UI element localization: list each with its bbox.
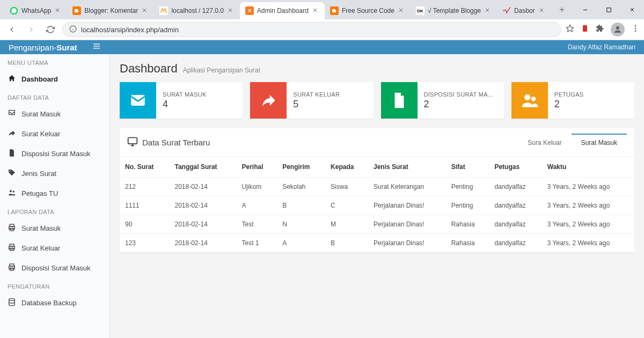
- profile-avatar[interactable]: [611, 23, 625, 36]
- share-icon: [8, 129, 16, 139]
- column-header: Jenis Surat: [368, 157, 446, 178]
- table-row[interactable]: 902018-02-14TestNMPerjalanan Dinas!Rahas…: [120, 215, 634, 234]
- sidebar-item-database-backup[interactable]: Database Backup: [0, 293, 109, 313]
- favicon-icon: [10, 6, 18, 15]
- sidebar-item-surat-keluar[interactable]: Surat Keluar: [0, 238, 109, 258]
- sidebar-item-dashboard[interactable]: Dashboard: [0, 69, 109, 89]
- new-tab-button[interactable]: [554, 2, 569, 17]
- stat-card-disposisi-surat-ma-[interactable]: DISPOSISI SURAT MA... 2: [381, 82, 504, 119]
- site-info-icon: [69, 25, 77, 34]
- close-icon[interactable]: [227, 7, 235, 14]
- reload-button[interactable]: [43, 22, 58, 37]
- close-icon[interactable]: [484, 7, 492, 14]
- file-icon: [8, 149, 16, 159]
- table-cell: 2018-02-14: [169, 196, 236, 215]
- browser-chrome: WhatsApp Blogger: Komentar localhost / 1…: [0, 0, 644, 40]
- app-logo: Pengarsipan-Surat: [9, 43, 77, 52]
- tab-title: Blogger: Komentar: [84, 7, 138, 14]
- tab-title: √ Template Blogge: [428, 7, 481, 14]
- column-header: Tanggal Surat: [169, 157, 236, 178]
- extension-icon[interactable]: [581, 24, 589, 35]
- sidebar-item-surat-masuk[interactable]: Surat Masuk: [0, 218, 109, 238]
- puzzle-icon[interactable]: [596, 24, 604, 35]
- forward-button[interactable]: [24, 22, 39, 37]
- table-cell: Ujikom: [236, 178, 277, 196]
- table-cell: Perjalanan Dinas!: [368, 234, 446, 253]
- window-controls: [573, 1, 644, 18]
- sidebar-item-label: Surat Masuk: [21, 110, 61, 118]
- browser-tab[interactable]: Blogger: Komentar: [67, 2, 154, 19]
- sidebar-heading: PENGATURAN: [0, 278, 109, 293]
- table-cell: 3 Years, 2 Weeks ago: [542, 178, 634, 196]
- table-row[interactable]: 2122018-02-14UjikomSekolahSiswaSurat Ket…: [120, 178, 634, 196]
- svg-point-34: [635, 25, 636, 27]
- svg-point-42: [13, 190, 14, 192]
- url-field[interactable]: localhost/arsip/index.php/admin: [62, 22, 561, 37]
- sidebar-item-petugas-tu[interactable]: Petugas TU: [0, 183, 109, 203]
- app-header: Pengarsipan-Surat Dandy Alfaz Ramadhan: [0, 40, 644, 54]
- minimize-button[interactable]: [573, 1, 597, 18]
- table-row[interactable]: 1232018-02-14Test 1ABPerjalanan Dinas!Ra…: [120, 234, 634, 253]
- column-header: Petugas: [489, 157, 541, 178]
- browser-tab[interactable]: Free Source Code: [325, 2, 411, 19]
- stat-value: 4: [163, 99, 207, 110]
- window-close-button[interactable]: [620, 1, 644, 18]
- stat-value: 2: [424, 99, 493, 110]
- sidebar-item-disposisi-surat-masuk[interactable]: Disposisi Surat Masuk: [0, 258, 109, 278]
- sidebar-item-jenis-surat[interactable]: Jenis Surat: [0, 164, 109, 183]
- close-icon[interactable]: [312, 7, 319, 14]
- table-cell: 123: [120, 234, 169, 253]
- close-icon[interactable]: [141, 7, 149, 14]
- star-icon[interactable]: [566, 24, 574, 35]
- table-cell: A: [277, 234, 325, 253]
- favicon-icon: X: [245, 6, 254, 15]
- sidebar-item-label: Disposisi Surat Masuk: [21, 150, 91, 158]
- stat-label: SURAT MASUK: [163, 91, 207, 98]
- stat-card-surat-masuk[interactable]: SURAT MASUK 4: [120, 82, 243, 119]
- kebab-menu-icon[interactable]: [631, 24, 640, 35]
- favicon-icon: [159, 6, 168, 15]
- inbox-icon: [8, 109, 16, 119]
- browser-tab[interactable]: X Admin Dashboard: [240, 2, 325, 19]
- page-subtitle: Aplikasi Pengarsipan Surat: [183, 67, 260, 74]
- table-cell: A: [236, 196, 277, 215]
- print-icon: [8, 243, 16, 253]
- stat-body: SURAT KELUAR 5: [287, 82, 346, 119]
- table-cell: 3 Years, 2 Weeks ago: [542, 234, 634, 253]
- sidebar-heading: MENU UTAMA: [0, 54, 109, 69]
- sidebar-item-surat-masuk[interactable]: Surat Masuk: [0, 104, 109, 124]
- column-header: Sifat: [446, 157, 489, 178]
- close-icon[interactable]: [54, 7, 62, 14]
- hamburger-icon[interactable]: [92, 42, 101, 53]
- close-icon[interactable]: [398, 7, 405, 14]
- browser-tab[interactable]: localhost / 127.0.0: [154, 2, 239, 19]
- sidebar-item-surat-keluar[interactable]: Surat Keluar: [0, 124, 109, 144]
- table-cell: Penting: [446, 178, 489, 196]
- browser-tab[interactable]: WhatsApp: [4, 2, 67, 19]
- panel-tab-sura-keluar[interactable]: Sura Keluar: [518, 134, 571, 151]
- stat-body: SURAT MASUK 4: [156, 82, 213, 119]
- sidebar-item-disposisi-surat-masuk[interactable]: Disposisi Surat Masuk: [0, 144, 109, 164]
- sidebar-item-label: Dashboard: [21, 75, 58, 83]
- favicon-icon: DK: [416, 6, 425, 15]
- panel-tab-surat-masuk[interactable]: Surat Masuk: [572, 134, 627, 151]
- svg-point-40: [10, 171, 11, 172]
- maximize-button[interactable]: [597, 1, 620, 18]
- table-row[interactable]: 11112018-02-14ABCPerjalanan Dinas!Pentin…: [120, 196, 634, 215]
- close-icon[interactable]: [538, 7, 546, 14]
- stat-card-surat-keluar[interactable]: SURAT KELUAR 5: [250, 82, 373, 119]
- browser-tab[interactable]: Dasbor: [497, 2, 551, 19]
- stat-value: 2: [554, 99, 584, 110]
- users-icon: [8, 188, 16, 199]
- header-user-name[interactable]: Dandy Alfaz Ramadhan: [568, 43, 635, 51]
- svg-point-54: [524, 94, 530, 100]
- table-cell: 2018-02-14: [169, 178, 236, 196]
- back-button[interactable]: [4, 22, 19, 37]
- browser-tab[interactable]: DK √ Template Blogge: [411, 2, 497, 19]
- stat-card-petugas[interactable]: PETUGAS 2: [511, 82, 634, 119]
- db-icon: [8, 298, 16, 308]
- send-icon: [250, 82, 287, 119]
- people-icon: [511, 82, 548, 119]
- toolbar-actions: [566, 23, 640, 36]
- stat-label: DISPOSISI SURAT MA...: [424, 91, 493, 98]
